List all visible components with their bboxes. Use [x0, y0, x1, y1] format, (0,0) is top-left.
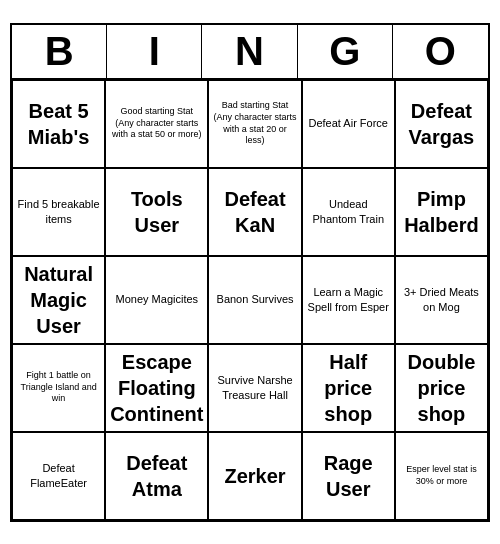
bingo-cell-20: Defeat FlameEater	[12, 432, 105, 520]
bingo-cell-16: Escape Floating Continent	[105, 344, 208, 432]
bingo-cell-15: Fight 1 battle on Triangle Island and wi…	[12, 344, 105, 432]
bingo-cell-21: Defeat Atma	[105, 432, 208, 520]
bingo-cell-19: Double price shop	[395, 344, 488, 432]
bingo-cell-0: Beat 5 Miab's	[12, 80, 105, 168]
bingo-cell-24: Esper level stat is 30% or more	[395, 432, 488, 520]
bingo-cell-8: Undead Phantom Train	[302, 168, 395, 256]
bingo-letter-n: N	[202, 25, 297, 78]
bingo-cell-17: Survive Narshe Treasure Hall	[208, 344, 301, 432]
bingo-cell-1: Good starting Stat (Any character starts…	[105, 80, 208, 168]
bingo-cell-3: Defeat Air Force	[302, 80, 395, 168]
bingo-cell-14: 3+ Dried Meats on Mog	[395, 256, 488, 344]
bingo-header: BINGO	[12, 25, 488, 80]
bingo-cell-18: Half price shop	[302, 344, 395, 432]
bingo-cell-13: Learn a Magic Spell from Esper	[302, 256, 395, 344]
bingo-letter-b: B	[12, 25, 107, 78]
bingo-card: BINGO Beat 5 Miab'sGood starting Stat (A…	[10, 23, 490, 522]
bingo-cell-9: Pimp Halberd	[395, 168, 488, 256]
bingo-cell-5: Find 5 breakable items	[12, 168, 105, 256]
bingo-cell-4: Defeat Vargas	[395, 80, 488, 168]
bingo-letter-i: I	[107, 25, 202, 78]
bingo-grid: Beat 5 Miab'sGood starting Stat (Any cha…	[12, 80, 488, 520]
bingo-cell-22: Zerker	[208, 432, 301, 520]
bingo-letter-o: O	[393, 25, 488, 78]
bingo-cell-10: Natural Magic User	[12, 256, 105, 344]
bingo-cell-6: Tools User	[105, 168, 208, 256]
bingo-cell-23: Rage User	[302, 432, 395, 520]
bingo-cell-7: Defeat KaN	[208, 168, 301, 256]
bingo-letter-g: G	[298, 25, 393, 78]
bingo-cell-2: Bad starting Stat (Any character starts …	[208, 80, 301, 168]
bingo-cell-12: Banon Survives	[208, 256, 301, 344]
bingo-cell-11: Money Magicites	[105, 256, 208, 344]
